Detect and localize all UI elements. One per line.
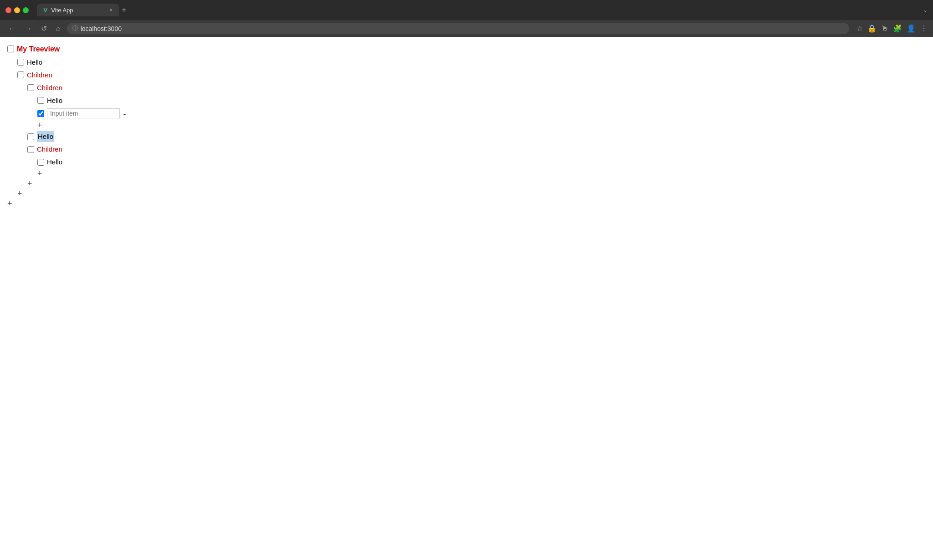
hello-1-checkbox[interactable]	[17, 59, 24, 66]
active-tab[interactable]: V Vite App ×	[37, 4, 119, 16]
item-input-field[interactable]	[47, 108, 120, 118]
profile-icon[interactable]: 👤	[907, 24, 916, 33]
browser-chrome: V Vite App × + ⌄ ← → ↺ ⌂ ⓘ localhost:300…	[0, 0, 933, 37]
tab-favicon-icon: V	[43, 6, 47, 14]
add-button-1[interactable]: +	[17, 189, 22, 198]
bookmark-icon[interactable]: ☆	[856, 24, 863, 33]
add-button-3b[interactable]: +	[37, 169, 42, 178]
menu-icon[interactable]: ⋮	[920, 24, 928, 33]
hello-3a-label: Hello	[47, 95, 62, 106]
input-row: -	[47, 108, 126, 120]
new-tab-button[interactable]: +	[122, 5, 127, 15]
cursor-icon[interactable]: 🖱	[881, 25, 888, 33]
input-item-row: -	[37, 107, 926, 121]
maximize-button[interactable]	[23, 7, 29, 13]
nav-bar: ← → ↺ ⌂ ⓘ localhost:3000 ☆ 🔒 🖱 🧩 👤 ⋮	[0, 20, 933, 37]
root-label: My Treeview	[17, 43, 60, 55]
children-2-label: Children	[37, 82, 62, 93]
traffic-lights	[5, 7, 29, 13]
hello-2b-label: Hello	[37, 131, 54, 142]
list-item: Hello	[37, 94, 926, 107]
extension-icon[interactable]: 🔒	[867, 24, 877, 33]
hello-2b-checkbox[interactable]	[27, 133, 34, 140]
children-1-label: Children	[27, 70, 52, 81]
children-2-checkbox[interactable]	[27, 84, 34, 91]
minimize-button[interactable]	[14, 7, 20, 13]
children-2b-checkbox[interactable]	[27, 146, 34, 153]
hello-1-label: Hello	[27, 57, 42, 68]
children-1-checkbox[interactable]	[17, 71, 24, 78]
add-button-2[interactable]: +	[27, 179, 32, 188]
hello-3a-checkbox[interactable]	[37, 97, 44, 104]
list-item: Hello	[37, 156, 926, 168]
home-button[interactable]: ⌂	[53, 24, 63, 34]
list-item: Children	[27, 143, 926, 156]
list-item: Children	[17, 69, 926, 81]
hello-3b-label: Hello	[47, 157, 62, 168]
tree-root: My Treeview	[7, 42, 926, 56]
title-bar: V Vite App × + ⌄	[0, 0, 933, 20]
add-button-row-root: +	[7, 199, 926, 209]
add-button-root[interactable]: +	[7, 199, 12, 208]
children-2b-label: Children	[37, 144, 62, 155]
nav-actions: ☆ 🔒 🖱 🧩 👤 ⋮	[856, 24, 928, 33]
hello-3b-checkbox[interactable]	[37, 159, 44, 166]
close-button[interactable]	[5, 7, 11, 13]
page-content: My Treeview Hello Children Children Hell…	[0, 37, 933, 214]
input-item-checkbox[interactable]	[37, 110, 44, 117]
tab-bar: V Vite App × +	[37, 4, 919, 16]
puzzle-icon[interactable]: 🧩	[893, 24, 902, 33]
info-icon: ⓘ	[72, 25, 78, 32]
add-button-row-1: +	[17, 188, 926, 199]
forward-button[interactable]: →	[22, 24, 35, 34]
dropdown-arrow-icon[interactable]: ⌄	[923, 7, 928, 13]
list-item: Hello	[27, 130, 926, 143]
address-text: localhost:3000	[81, 25, 122, 32]
remove-button[interactable]: -	[123, 108, 126, 120]
add-button-row-3b: +	[37, 168, 926, 178]
address-bar[interactable]: ⓘ localhost:3000	[67, 23, 849, 34]
list-item: Hello	[17, 56, 926, 69]
root-checkbox[interactable]	[7, 46, 14, 52]
add-button[interactable]: +	[37, 121, 42, 129]
tab-title: Vite App	[51, 7, 106, 14]
list-item: Children	[27, 81, 926, 94]
back-button[interactable]: ←	[5, 24, 18, 34]
add-button-row-3: +	[37, 120, 926, 130]
add-button-row-2: +	[27, 178, 926, 188]
tab-close-icon[interactable]: ×	[109, 7, 113, 13]
reload-button[interactable]: ↺	[38, 23, 50, 34]
